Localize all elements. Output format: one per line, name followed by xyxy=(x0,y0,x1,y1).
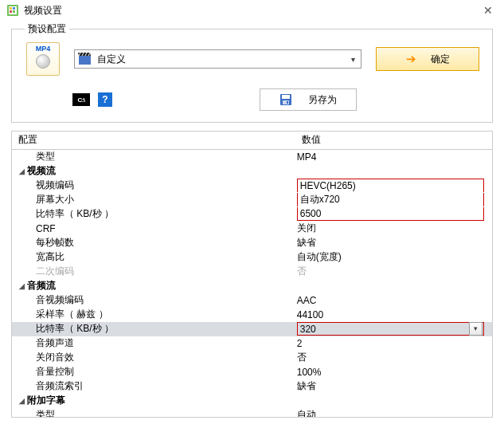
grid-row-label: 每秒帧数 xyxy=(12,236,295,250)
grid-row-value[interactable]: 自动x720 xyxy=(295,193,492,207)
grid-row[interactable]: 采样率（ 赫兹 ）44100 xyxy=(12,308,492,322)
title-bar: 视频设置 ✕ xyxy=(0,0,504,21)
clapper-icon xyxy=(78,52,92,66)
grid-row[interactable]: 音量控制100% xyxy=(12,365,492,379)
svg-rect-6 xyxy=(79,56,91,65)
preset-row-2: C:\ ? 另存为 xyxy=(21,88,483,111)
grid-row-label: 视频编码 xyxy=(12,179,295,193)
grid-row[interactable]: 类型MP4 xyxy=(12,150,492,164)
grid-row[interactable]: 音频流索引缺省 xyxy=(12,379,492,394)
grid-row-value[interactable]: 缺省 xyxy=(295,379,492,394)
grid-row[interactable]: 比特率（ KB/秒 ）6500 xyxy=(12,207,492,222)
grid-row-label: 类型 xyxy=(12,408,295,418)
collapse-icon: ◢ xyxy=(19,167,27,175)
save-as-button[interactable]: 另存为 xyxy=(260,88,357,111)
svg-rect-13 xyxy=(282,95,290,99)
grid-row[interactable]: 类型自动 xyxy=(12,408,492,418)
grid-row[interactable]: 每秒帧数缺省 xyxy=(12,236,492,250)
floppy-icon xyxy=(279,93,292,106)
ok-button[interactable]: ➔ 确定 xyxy=(376,47,479,71)
group-label: 附加字幕 xyxy=(27,395,65,406)
grid-header: 配置 数值 xyxy=(12,132,492,150)
svg-rect-4 xyxy=(10,10,12,13)
format-mp4-icon: MP4 xyxy=(26,42,60,76)
grid-row-label: 比特率（ KB/秒 ） xyxy=(12,322,295,336)
svg-rect-2 xyxy=(10,7,12,10)
grid-row-value[interactable]: 2 xyxy=(295,336,492,351)
grid-row-value[interactable]: HEVC(H265) xyxy=(295,179,492,193)
preset-row-1: MP4 自定义 ▾ ➔ 确定 xyxy=(21,42,483,76)
grid-group[interactable]: ◢附加字幕 xyxy=(12,394,492,408)
grid-row-label: CRF xyxy=(12,222,295,236)
grid-row[interactable]: 音频声道2 xyxy=(12,336,492,351)
property-grid[interactable]: 配置 数值 类型MP4◢视频流视频编码HEVC(H265)屏幕大小自动x720比… xyxy=(11,131,493,418)
grid-row-value[interactable]: MP4 xyxy=(295,150,492,164)
ok-button-label: 确定 xyxy=(431,53,450,66)
grid-row-label: 类型 xyxy=(12,150,295,164)
window-title: 视频设置 xyxy=(24,4,62,18)
grid-row-value[interactable]: 否 xyxy=(295,351,492,365)
format-label: MP4 xyxy=(36,45,51,53)
svg-rect-3 xyxy=(13,7,15,10)
grid-row-label: 关闭音效 xyxy=(12,351,295,365)
preset-combobox-value: 自定义 xyxy=(97,53,349,66)
close-icon[interactable]: ✕ xyxy=(479,4,498,17)
chevron-down-icon: ▾ xyxy=(349,55,357,64)
collapse-icon: ◢ xyxy=(19,282,27,290)
svg-rect-5 xyxy=(13,10,15,13)
grid-row-label: 音量控制 xyxy=(12,365,295,379)
grid-row-value[interactable]: 320▾ xyxy=(295,322,492,336)
grid-group[interactable]: ◢视频流 xyxy=(12,164,492,179)
dropdown-button[interactable]: ▾ xyxy=(469,322,483,336)
grid-header-val: 数值 xyxy=(295,132,492,150)
grid-row-label: 音视频编码 xyxy=(12,293,295,308)
grid-row-value[interactable]: 自动 xyxy=(295,408,492,418)
grid-row-value[interactable]: 缺省 xyxy=(295,236,492,250)
grid-row-value[interactable]: 关闭 xyxy=(295,222,492,236)
disc-icon xyxy=(36,54,50,69)
grid-row-label: 宽高比 xyxy=(12,250,295,265)
grid-row-value[interactable]: 自动(宽度) xyxy=(295,250,492,265)
group-label: 视频流 xyxy=(27,165,56,176)
collapse-icon: ◢ xyxy=(19,397,27,405)
grid-header-key: 配置 xyxy=(12,132,295,150)
arrow-right-icon: ➔ xyxy=(406,52,416,66)
console-icon[interactable]: C:\ xyxy=(72,93,90,106)
grid-row[interactable]: CRF关闭 xyxy=(12,222,492,236)
grid-row[interactable]: 比特率（ KB/秒 ）320▾ xyxy=(12,322,492,336)
grid-row-label: 音频流索引 xyxy=(12,379,295,394)
preset-legend: 预设配置 xyxy=(25,22,69,36)
preset-combobox[interactable]: 自定义 ▾ xyxy=(74,49,361,69)
grid-row-value[interactable]: AAC xyxy=(295,293,492,308)
grid-row[interactable]: 音视频编码AAC xyxy=(12,293,492,308)
grid-row-label: 采样率（ 赫兹 ） xyxy=(12,308,295,322)
grid-row[interactable]: 二次编码否 xyxy=(12,265,492,279)
grid-row[interactable]: 屏幕大小自动x720 xyxy=(12,193,492,207)
grid-row-value[interactable]: 100% xyxy=(295,365,492,379)
grid-row-label: 音频声道 xyxy=(12,336,295,351)
grid-row-value[interactable]: 否 xyxy=(295,265,492,279)
app-icon xyxy=(6,4,19,17)
grid-row[interactable]: 视频编码HEVC(H265) xyxy=(12,179,492,193)
save-as-label: 另存为 xyxy=(308,93,337,107)
grid-group[interactable]: ◢音频流 xyxy=(12,279,492,293)
help-icon[interactable]: ? xyxy=(98,92,112,107)
grid-row-label: 屏幕大小 xyxy=(12,193,295,207)
svg-rect-15 xyxy=(287,101,288,104)
grid-row-label: 二次编码 xyxy=(12,265,295,279)
group-label: 音频流 xyxy=(27,280,56,291)
grid-row-value[interactable]: 6500 xyxy=(295,207,492,222)
grid-row[interactable]: 关闭音效否 xyxy=(12,351,492,365)
grid-row-value[interactable]: 44100 xyxy=(295,308,492,322)
preset-group: 预设配置 MP4 自定义 ▾ ➔ 确定 xyxy=(11,22,493,123)
grid-row-label: 比特率（ KB/秒 ） xyxy=(12,207,295,222)
grid-row[interactable]: 宽高比自动(宽度) xyxy=(12,250,492,265)
